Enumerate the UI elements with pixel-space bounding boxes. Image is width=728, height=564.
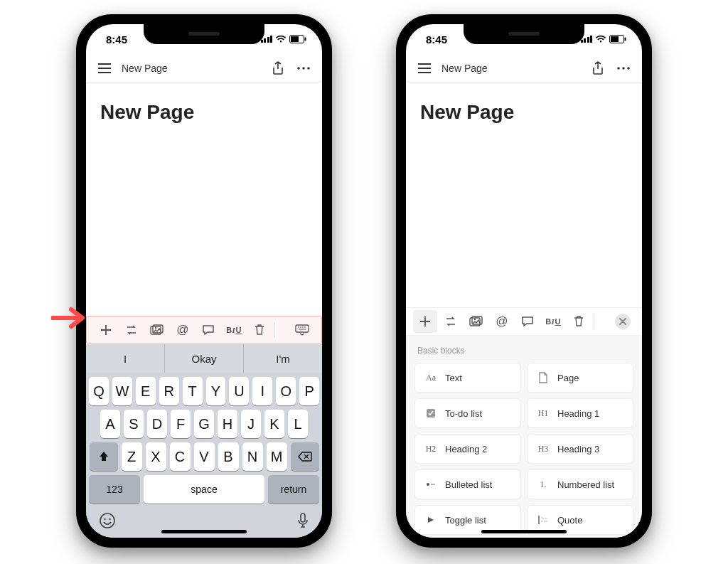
keyboard-toolbar: @ BIU (406, 307, 642, 336)
nav-title[interactable]: New Page (441, 63, 581, 74)
key-l[interactable]: L (288, 410, 308, 438)
wifi-icon (595, 35, 606, 43)
backspace-key[interactable] (291, 442, 319, 471)
device-notch (464, 24, 584, 44)
plus-button[interactable] (94, 319, 118, 341)
close-picker-button[interactable] (611, 310, 635, 333)
home-indicator[interactable] (481, 530, 567, 533)
key-x[interactable]: X (146, 442, 166, 471)
key-w[interactable]: W (112, 377, 132, 405)
page-title[interactable]: New Page (100, 101, 308, 124)
more-icon[interactable] (295, 60, 312, 77)
ios-keyboard: I Okay I'm QWERTYUIOP ASDFGHJKL ZXCVBNM … (86, 344, 322, 538)
share-icon[interactable] (589, 60, 606, 77)
key-c[interactable]: C (170, 442, 191, 471)
key-t[interactable]: T (183, 377, 203, 405)
more-icon[interactable] (615, 60, 632, 77)
comment-icon[interactable] (196, 319, 220, 341)
key-y[interactable]: Y (206, 377, 226, 405)
nav-title[interactable]: New Page (122, 63, 261, 74)
dismiss-keyboard-icon[interactable] (290, 319, 314, 341)
key-j[interactable]: J (241, 410, 261, 438)
block-option-heading-2[interactable]: H2Heading 2 (414, 434, 521, 464)
phone-left: 8:45 New Page (76, 14, 332, 548)
trash-icon[interactable] (567, 310, 591, 333)
toggle-icon (424, 513, 438, 527)
text-style-button[interactable]: BIU (222, 319, 246, 341)
emoji-key[interactable] (99, 512, 116, 532)
editor-content[interactable]: New Page (406, 83, 642, 307)
mention-icon[interactable]: @ (171, 319, 195, 341)
key-r[interactable]: R (159, 377, 179, 405)
block-option-page[interactable]: Page (527, 363, 633, 393)
suggestion-3[interactable]: I'm (243, 344, 322, 373)
return-key[interactable]: return (268, 475, 319, 504)
block-option-text[interactable]: AaText (414, 363, 521, 393)
key-h[interactable]: H (218, 410, 237, 438)
device-notch (144, 24, 264, 44)
svg-point-13 (109, 518, 110, 520)
key-z[interactable]: Z (122, 442, 142, 471)
key-s[interactable]: S (124, 410, 144, 438)
key-f[interactable]: F (171, 410, 191, 438)
shift-key[interactable] (90, 442, 118, 471)
page-title[interactable]: New Page (420, 101, 628, 124)
convert-block-icon[interactable] (119, 319, 144, 341)
key-i[interactable]: I (252, 377, 272, 405)
key-a[interactable]: A (100, 410, 120, 438)
editor-content[interactable]: New Page (86, 83, 322, 316)
callout-arrow (51, 306, 87, 333)
block-option-label: To-do list (445, 408, 482, 419)
image-icon[interactable] (464, 310, 488, 333)
svg-point-20 (627, 67, 630, 70)
block-option-label: Heading 1 (557, 408, 599, 419)
mention-icon[interactable]: @ (490, 310, 514, 333)
menu-icon[interactable] (416, 60, 433, 77)
text-style-button[interactable]: BIU (541, 310, 565, 333)
key-b[interactable]: B (218, 442, 239, 471)
home-indicator[interactable] (161, 530, 247, 533)
status-time: 8:45 (426, 33, 447, 46)
convert-block-icon[interactable] (439, 310, 463, 333)
block-option-heading-3[interactable]: H3Heading 3 (527, 434, 633, 464)
image-icon[interactable] (145, 319, 169, 341)
block-option-label: Heading 3 (557, 444, 599, 454)
svg-rect-17 (625, 38, 626, 41)
space-key[interactable]: space (144, 475, 264, 504)
numbers-key[interactable]: 123 (89, 475, 140, 504)
block-option-label: Bulleted list (445, 479, 492, 490)
block-option-label: Toggle list (445, 515, 486, 526)
block-option-numbered-list[interactable]: 1.Numbered list (527, 469, 633, 499)
dictation-key[interactable] (296, 512, 309, 532)
picker-section-label: Basic blocks (414, 343, 633, 363)
key-g[interactable]: G (194, 410, 214, 438)
trash-icon[interactable] (247, 319, 272, 341)
suggestion-1[interactable]: I (86, 344, 164, 373)
key-q[interactable]: Q (89, 377, 109, 405)
key-d[interactable]: D (147, 410, 167, 438)
suggestion-2[interactable]: Okay (164, 344, 243, 373)
H3-icon: H3 (536, 442, 550, 456)
key-p[interactable]: P (299, 377, 319, 405)
key-u[interactable]: U (229, 377, 249, 405)
key-o[interactable]: O (276, 377, 296, 405)
key-m[interactable]: M (267, 442, 287, 471)
svg-point-18 (617, 67, 620, 70)
svg-point-6 (307, 67, 310, 70)
wifi-icon (275, 35, 287, 43)
quote-icon: To beor not (536, 513, 550, 527)
block-option-heading-1[interactable]: H1Heading 1 (527, 398, 633, 428)
key-e[interactable]: E (136, 377, 156, 405)
svg-point-12 (104, 518, 105, 520)
key-v[interactable]: V (194, 442, 215, 471)
plus-button[interactable] (413, 310, 437, 333)
comment-icon[interactable] (515, 310, 540, 333)
block-picker-panel: Basic blocks AaTextPageTo-do listH1Headi… (406, 336, 642, 538)
share-icon[interactable] (269, 60, 287, 77)
key-k[interactable]: K (264, 410, 284, 438)
block-option-to-do-list[interactable]: To-do list (414, 398, 521, 428)
menu-icon[interactable] (96, 60, 113, 77)
block-option-bulleted-list[interactable]: Bulleted list (414, 469, 521, 499)
key-n[interactable]: N (242, 442, 263, 471)
svg-point-9 (155, 327, 156, 329)
